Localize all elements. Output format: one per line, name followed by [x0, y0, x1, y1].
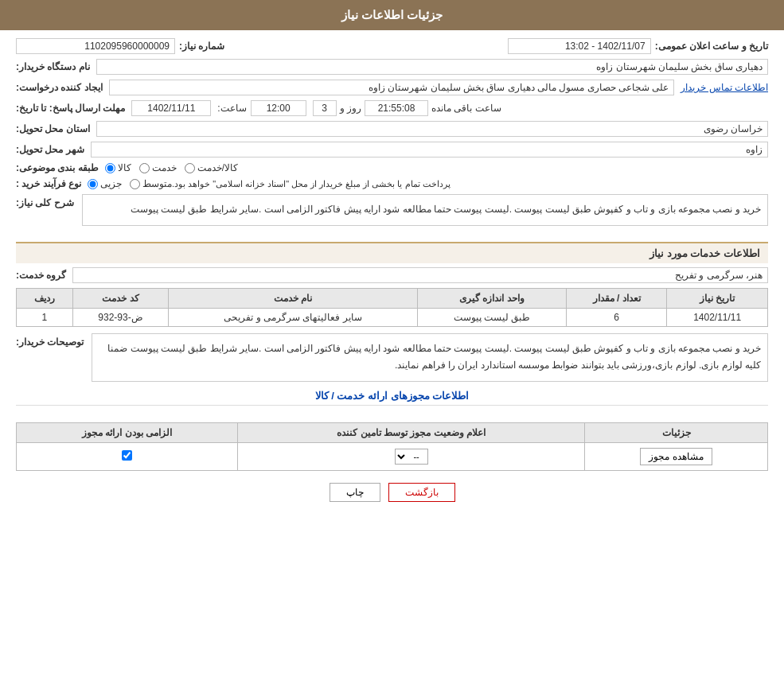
rooz-value: 3 — [313, 100, 337, 116]
col-tarikh: تاریخ نیاز — [667, 288, 768, 308]
khadamat-section-title: اطلاعات خدمات مورد نیاز — [16, 242, 768, 263]
shahr-value: زاوه — [91, 142, 768, 157]
mojoz-joziyat-cell: مشاهده مجوز — [585, 442, 768, 470]
ettelaat-tamas-link[interactable]: اطلاعات تماس خریدار — [681, 82, 768, 93]
cell-tedad: 6 — [566, 308, 667, 326]
col-radif: ردیف — [17, 288, 73, 308]
mojoz-col-elzam: الزامی بودن ارائه مجوز — [17, 422, 238, 442]
radio-motevaset: متوسط — [130, 178, 172, 189]
ijad-konande-label: ایجاد کننده درخواست: — [16, 82, 103, 93]
mojoz-table: جزئیات اعلام وضعیت مجوز توسط تامین کننده… — [16, 422, 768, 471]
tawsieh-box: خرید و نصب مجموعه بازی و تاب و کفپوش طبق… — [92, 333, 768, 382]
radio-jazei-input[interactable] — [88, 179, 98, 189]
cell-vahed: طبق لیست پیوست — [418, 308, 567, 326]
col-name: نام خدمت — [169, 288, 418, 308]
remaining-label: ساعت باقی مانده — [431, 103, 501, 114]
nam-dastgah-value: دهیاری ساق بخش سلیمان شهرستان زاوه — [96, 59, 768, 75]
back-button[interactable]: بازگشت — [388, 483, 455, 502]
radio-kala-khadamat: کالا/خدمت — [185, 162, 238, 173]
mohlat-row: ساعت باقی مانده 21:55:08 روز و 3 12:00 س… — [16, 100, 768, 116]
elam-select[interactable]: -- — [395, 449, 428, 465]
col-vahed: واحد اندازه گیری — [418, 288, 567, 308]
print-button[interactable]: چاپ — [330, 483, 380, 502]
shomare-niaz-label: شماره نیاز: — [179, 41, 224, 52]
page-wrapper: جزئیات اطلاعات نیاز تاریخ و ساعت اعلان ع… — [0, 0, 784, 696]
cell-radif: 1 — [17, 308, 73, 326]
tarikh-label: تاریخ و ساعت اعلان عمومی: — [655, 41, 768, 52]
tawsieh-title: توصیحات خریدار: — [16, 333, 84, 348]
nofare-radio-group: متوسط جزیی — [88, 178, 172, 189]
radio-motevaset-input[interactable] — [130, 179, 140, 189]
nofare-text: پرداخت تمام یا بخشی از مبلغ خریدار از مح… — [172, 179, 451, 189]
cell-name: سایر فعالیتهای سرگرمی و تفریحی — [169, 308, 418, 326]
kala-khadamat-label: کالا/خدمت — [197, 162, 238, 173]
shomare-tarikh-row: تاریخ و ساعت اعلان عمومی: 1402/11/07 - 1… — [16, 38, 768, 54]
nofare-row: پرداخت تمام یا بخشی از مبلغ خریدار از مح… — [16, 178, 768, 189]
radio-kala-khadamat-input[interactable] — [185, 163, 195, 173]
ostan-row: خراسان رضوی استان محل تحویل: — [16, 121, 768, 137]
jazei-label: جزیی — [100, 178, 122, 189]
tasnif-row: کالا/خدمت خدمت کالا طبقه بندی موضوعی: — [16, 162, 768, 173]
elzam-checkbox[interactable] — [122, 450, 132, 461]
sharh-box: خرید و نصب مجموعه بازی و تاب و کفپوش طبق… — [82, 194, 768, 226]
tawsieh-text: خرید و نصب مجموعه بازی و تاب و کفپوش طبق… — [107, 343, 761, 371]
ijad-konande-row: اطلاعات تماس خریدار علی شجاعی حصاری مسول… — [16, 80, 768, 95]
main-content: تاریخ و ساعت اعلان عمومی: 1402/11/07 - 1… — [0, 38, 784, 502]
nam-dastgah-label: نام دستگاه خریدار: — [16, 61, 90, 72]
sharh-text: خرید و نصب مجموعه بازی و تاب و کفپوش طبق… — [131, 204, 761, 215]
khadamat-label: خدمت — [152, 162, 177, 173]
gorohe-row: هنر، سرگرمی و تفریح گروه خدمت: — [16, 267, 768, 283]
col-tedad: تعداد / مقدار — [566, 288, 667, 308]
tarikh-group: تاریخ و ساعت اعلان عمومی: 1402/11/07 - 1… — [508, 38, 768, 54]
motevaset-label: متوسط — [142, 178, 172, 189]
remaining-value: 21:55:08 — [365, 100, 428, 116]
services-table: تاریخ نیاز تعداد / مقدار واحد اندازه گیر… — [16, 288, 768, 327]
mohlat-date-value: 1402/11/11 — [131, 100, 211, 116]
page-header: جزئیات اطلاعات نیاز — [0, 0, 784, 30]
mojoz-col-elam: اعلام وضعیت مجوز توسط تامین کننده — [238, 422, 585, 442]
table-row: 1402/11/11 6 طبق لیست پیوست سایر فعالیته… — [17, 308, 768, 326]
shahr-label: شهر محل تحویل: — [16, 144, 84, 155]
mojoz-elzam-cell — [17, 442, 238, 470]
radio-khadamat-input[interactable] — [139, 163, 150, 173]
mojoz-elam-cell: -- — [238, 442, 585, 470]
radio-kala-input[interactable] — [105, 163, 115, 173]
tawsieh-section: خرید و نصب مجموعه بازی و تاب و کفپوش طبق… — [16, 333, 768, 382]
radio-khadamat: خدمت — [139, 162, 177, 173]
col-code: کد خدمت — [72, 288, 169, 308]
shahr-row: زاوه شهر محل تحویل: — [16, 142, 768, 157]
rooz-label: روز و — [340, 103, 361, 114]
view-mojoz-button[interactable]: مشاهده مجوز — [640, 448, 712, 465]
kala-label: کالا — [118, 162, 131, 173]
gorohe-value: هنر، سرگرمی و تفریح — [72, 267, 768, 283]
nofare-label: نوع فرآیند خرید : — [16, 178, 81, 189]
shomare-niaz-value: 1102095960000009 — [16, 38, 175, 54]
saat-group: 12:00 ساعت: — [217, 100, 306, 116]
tasnif-radio-group: کالا/خدمت خدمت کالا — [105, 162, 238, 173]
mohlat-label: مهلت ارسال پاسخ: تا تاریخ: — [16, 103, 125, 114]
sharh-section: خرید و نصب مجموعه بازی و تاب و کفپوش طبق… — [16, 194, 768, 234]
tasnif-label: طبقه بندی موضوعی: — [16, 162, 99, 173]
date-group: 1402/11/11 — [131, 100, 211, 116]
nam-dastgah-row: دهیاری ساق بخش سلیمان شهرستان زاوه نام د… — [16, 59, 768, 75]
remaining-time-group: ساعت باقی مانده 21:55:08 روز و 3 — [313, 100, 501, 116]
cell-tarikh: 1402/11/11 — [667, 308, 768, 326]
mojoz-section-title: اطلاعات مجوزهای ارائه خدمت / کالا — [16, 390, 768, 406]
tarikh-value: 1402/11/07 - 13:02 — [508, 38, 651, 54]
page-title: جزئیات اطلاعات نیاز — [341, 8, 443, 21]
sharh-title: شرح کلی نیاز: — [16, 194, 74, 208]
saat-value: 12:00 — [251, 100, 306, 116]
radio-kala: کالا — [105, 162, 131, 173]
radio-jazei: جزیی — [88, 178, 122, 189]
gorohe-label: گروه خدمت: — [16, 270, 66, 281]
cell-code: ض-93-932 — [72, 308, 169, 326]
mojoz-col-joziyat: جزئیات — [585, 422, 768, 442]
ijad-konande-value: علی شجاعی حصاری مسول مالی دهیاری ساق بخش… — [109, 80, 675, 95]
mojoz-row: مشاهده مجوز -- — [17, 442, 768, 470]
saat-label: ساعت: — [217, 103, 246, 114]
ostan-value: خراسان رضوی — [96, 121, 768, 137]
shomare-group: شماره نیاز: 1102095960000009 — [16, 38, 224, 54]
bottom-buttons: بازگشت چاپ — [16, 483, 768, 502]
ostan-label: استان محل تحویل: — [16, 123, 90, 134]
